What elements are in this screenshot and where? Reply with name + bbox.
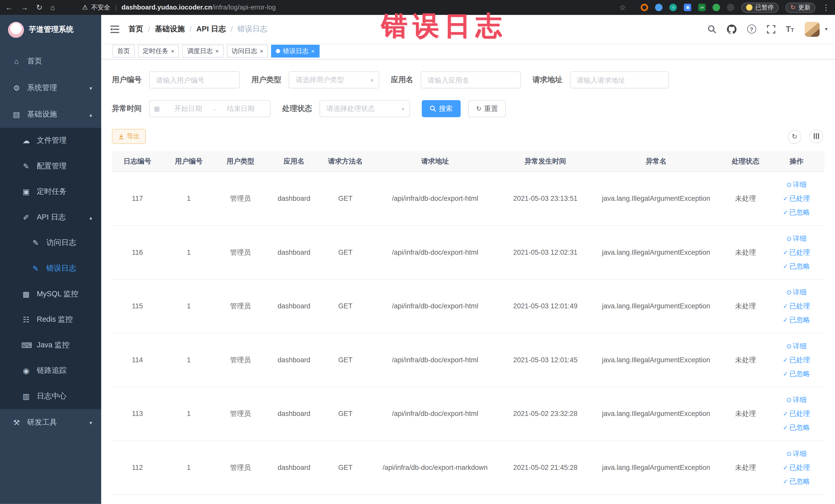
action-detail-link[interactable]: ⊙详细 [771,231,822,245]
action-ignored-link[interactable]: ✓已忽略 [771,475,822,488]
sidebar-item-home[interactable]: ⌂ 首页 [0,48,101,75]
sidebar-item-error-log[interactable]: ✎ 错误日志 [0,256,101,281]
font-size-icon[interactable]: TT [786,25,794,33]
extension-icon-leaf[interactable] [713,4,720,11]
select-placeholder: 请选择处理状态 [326,104,375,114]
cell-status: 未处理 [722,387,768,441]
breadcrumb-infra[interactable]: 基础设施 [155,24,185,34]
extension-icon-teal[interactable]: Y [670,4,677,11]
url-bar[interactable]: dashboard.yudao.iocoder.cn/infra/log/api… [121,4,276,11]
bookmark-star-icon[interactable]: ☆ [619,3,626,12]
fullscreen-icon[interactable] [767,25,775,33]
sidebar-item-infrastructure[interactable]: ▤ 基础设施 ▴ [0,101,101,128]
search-button[interactable]: 搜索 [422,100,461,117]
action-detail-link[interactable]: ⊙详细 [771,447,822,461]
cell-time: 2021-05-02 23:32:28 [501,387,589,441]
sidebar-item-api-log[interactable]: ✐ API 日志 ▴ [0,205,101,230]
browser-menu-dots-icon[interactable]: ⋮ [822,3,830,12]
close-icon[interactable]: × [260,48,263,54]
cell-time: 2021-05-03 12:02:31 [501,225,589,279]
reset-icon: ↻ [476,105,482,113]
breadcrumb-api-log[interactable]: API 日志 [196,24,226,34]
user-type-select[interactable]: 请选择用户类型 ▾ [288,72,379,88]
sidebar-item-redis-monitor[interactable]: ☷ Redis 监控 [0,307,101,332]
action-label: 详细 [793,288,807,296]
breadcrumb-home[interactable]: 首页 [128,24,143,34]
action-detail-link[interactable]: ⊙详细 [771,285,822,299]
caret-down-icon[interactable]: ▾ [825,26,828,32]
extension-icon-on[interactable]: on [698,4,706,11]
sidebar-item-label: 首页 [27,57,42,66]
close-icon[interactable]: × [216,48,219,54]
forward-icon[interactable]: → [21,3,28,12]
export-button[interactable]: 导出 [112,129,146,144]
back-icon[interactable]: ← [5,3,13,12]
extension-icon-orange[interactable] [641,4,648,11]
column-settings-button[interactable] [810,129,823,143]
refresh-table-button[interactable]: ↻ [788,130,802,143]
file-icon: ☁ [21,136,31,145]
app-name-input[interactable] [421,72,521,88]
action-ignored-link[interactable]: ✓已忽略 [771,367,822,381]
extension-icon-blue-drop[interactable] [655,4,663,11]
sidebar-item-access-log[interactable]: ✎ 访问日志 [0,230,101,256]
sidebar-item-dev-tools[interactable]: ⚒ 研发工具 ▾ [0,409,101,436]
action-ignored-link[interactable]: ✓已忽略 [771,205,822,219]
sidebar-item-mysql-monitor[interactable]: ▦ MySQL 监控 [0,281,101,307]
app-logo[interactable]: 芋道管理系统 [0,15,101,44]
sidebar-item-config-mgmt[interactable]: ✎ 配置管理 [0,154,101,179]
sidebar-item-java-monitor[interactable]: ⌨ Java 监控 [0,332,101,358]
extension-icon-paw[interactable] [727,4,735,11]
col-request-url: 请求地址 [369,151,501,172]
close-icon[interactable]: × [171,48,174,54]
action-processed-link[interactable]: ✓已处理 [771,461,822,475]
sidebar-item-file-mgmt[interactable]: ☁ 文件管理 [0,128,101,154]
close-icon[interactable]: × [311,48,314,54]
tab-access-log[interactable]: 访问日志× [227,45,268,58]
sidebar-item-system-mgmt[interactable]: ⚙ 系统管理 ▾ [0,75,101,101]
sidebar-item-trace[interactable]: ◉ 链路追踪 [0,358,101,384]
sidebar-item-log-center[interactable]: ▥ 日志中心 [0,384,101,409]
sidebar-item-scheduled-jobs[interactable]: ▣ 定时任务 [0,179,101,205]
action-processed-link[interactable]: ✓已处理 [771,299,822,313]
reset-button-label: 重置 [484,104,498,114]
action-processed-link[interactable]: ✓已处理 [771,353,822,367]
cell-url: /api/infra/db-doc/export-html [369,225,501,279]
github-icon[interactable] [727,24,736,34]
sidebar-fold-icon[interactable] [110,25,119,33]
tab-error-log[interactable]: 错误日志× [271,45,320,58]
action-ignored-link[interactable]: ✓已忽略 [771,421,822,435]
tab-scheduled-jobs[interactable]: 定时任务× [138,45,179,58]
table-row: 116 1 管理员 dashboard GET /api/infra/db-do… [112,225,824,279]
error-log-table: 日志编号 用户编号 用户类型 应用名 请求方法名 请求地址 异常发生时间 异常名… [112,151,824,495]
action-detail-link[interactable]: ⊙详细 [771,393,822,407]
help-icon[interactable]: ? [747,24,756,33]
reload-icon[interactable]: ↻ [36,3,42,12]
breadcrumb-separator: / [148,25,150,33]
profile-paused-badge[interactable]: 已暂停 [741,2,778,12]
action-processed-link[interactable]: ✓已处理 [771,191,822,205]
action-label: 已处理 [789,194,810,202]
cell-user-type: 管理员 [215,279,266,333]
tab-schedule-log[interactable]: 调度日志× [182,45,224,58]
process-status-select[interactable]: 请选择处理状态 ▾ [320,100,410,117]
cell-time: 2021-05-02 21:45:28 [501,441,589,495]
action-ignored-link[interactable]: ✓已忽略 [771,313,822,327]
check-icon: ✓ [783,424,788,431]
site-security-badge[interactable]: ⚠ 不安全 [82,3,110,12]
action-detail-link[interactable]: ⊙详细 [771,339,822,353]
search-icon[interactable] [708,25,716,33]
user-id-input[interactable] [149,72,240,88]
date-range-input[interactable]: ▦ 开始日期 - 结束日期 [149,100,270,117]
action-ignored-link[interactable]: ✓已忽略 [771,259,822,273]
action-processed-link[interactable]: ✓已处理 [771,407,822,421]
action-processed-link[interactable]: ✓已处理 [771,245,822,259]
update-button[interactable]: ↻ 更新 [786,2,815,12]
reset-button[interactable]: ↻ 重置 [468,100,506,117]
tab-home[interactable]: 首页 [113,45,135,58]
home-icon[interactable]: ⌂ [50,3,55,12]
extension-icon-grid[interactable]: ▦ [684,4,692,11]
avatar[interactable] [805,22,820,37]
request-url-input[interactable] [570,72,669,88]
action-detail-link[interactable]: ⊙详细 [771,178,822,191]
